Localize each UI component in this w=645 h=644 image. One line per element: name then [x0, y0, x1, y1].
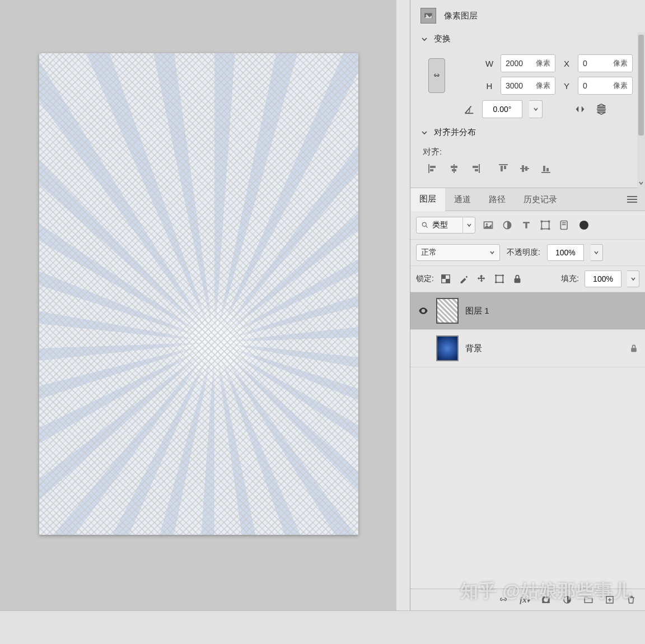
svg-rect-3 [430, 166, 436, 168]
filter-toggle[interactable] [579, 221, 588, 230]
right-panel: 像素图层 变换 W 2000像素 X 0像素 H 3000像素 [410, 0, 645, 610]
fill-dropdown[interactable] [627, 270, 639, 287]
transform-body: W 2000像素 X 0像素 H 3000像素 Y 0像素 0.00° [410, 48, 645, 124]
svg-rect-8 [479, 164, 480, 173]
svg-rect-28 [541, 221, 543, 222]
svg-rect-6 [451, 166, 457, 168]
blend-mode-select[interactable]: 正常 [416, 244, 500, 261]
properties-title: 像素图层 [444, 11, 478, 21]
flip-horizontal-button[interactable] [573, 102, 587, 116]
flip-vertical-button[interactable] [594, 102, 609, 116]
transform-label: 变换 [434, 34, 451, 44]
align-left-icon[interactable] [427, 163, 438, 174]
layer-thumbnail[interactable] [436, 298, 459, 324]
svg-rect-2 [428, 164, 429, 173]
visibility-toggle[interactable] [417, 305, 429, 316]
y-label: Y [561, 81, 572, 91]
chevron-down-icon [489, 250, 495, 255]
new-layer-icon[interactable] [604, 594, 616, 606]
canvas-area[interactable] [0, 0, 410, 610]
layer-name[interactable]: 背景 [465, 343, 482, 354]
adjustment-layer-icon[interactable] [561, 594, 573, 606]
align-hcenter-icon[interactable] [448, 163, 460, 174]
transform-section-header[interactable]: 变换 [410, 30, 645, 48]
angle-icon [463, 103, 475, 115]
opacity-label: 不透明度: [507, 248, 540, 258]
lock-row: 锁定: 填充: 100% [410, 266, 645, 292]
x-input[interactable]: 0像素 [578, 54, 633, 72]
filter-kind-label: 类型 [432, 220, 462, 230]
svg-point-25 [486, 223, 488, 225]
layer-name[interactable]: 图层 1 [465, 306, 489, 316]
align-sublabel: 对齐: [423, 147, 633, 157]
filter-smart-icon[interactable] [558, 219, 571, 231]
rotation-dropdown[interactable] [529, 100, 543, 118]
svg-rect-18 [543, 166, 545, 171]
svg-rect-19 [546, 168, 549, 171]
tab-paths[interactable]: 路径 [480, 189, 515, 211]
svg-rect-31 [548, 228, 550, 230]
align-bottom-icon[interactable] [540, 163, 551, 174]
lock-artboard-icon[interactable] [493, 273, 506, 285]
lock-position-icon[interactable] [475, 273, 488, 285]
align-label: 对齐并分布 [434, 127, 476, 138]
lock-label: 锁定: [416, 274, 434, 284]
rotation-input[interactable]: 0.00° [482, 100, 522, 118]
w-label: W [484, 59, 495, 68]
height-input[interactable]: 3000像素 [501, 77, 555, 95]
align-right-icon[interactable] [470, 163, 481, 174]
lock-transparent-icon[interactable] [440, 273, 452, 285]
link-dimensions-button[interactable] [428, 58, 445, 93]
chevron-down-icon [420, 129, 428, 137]
layer-mask-icon[interactable] [540, 594, 552, 606]
properties-panel: 像素图层 变换 W 2000像素 X 0像素 H 3000像素 [410, 0, 645, 188]
layer-row[interactable]: 背景 [410, 330, 645, 367]
lock-pixels-icon[interactable] [457, 273, 470, 285]
svg-rect-13 [504, 166, 506, 169]
blend-mode-value: 正常 [421, 248, 437, 258]
x-label: X [561, 59, 572, 68]
align-vcenter-icon[interactable] [519, 163, 530, 174]
link-layers-icon[interactable] [497, 594, 510, 606]
properties-scroll-down[interactable] [637, 179, 645, 188]
canvas-scrollbar[interactable] [396, 0, 410, 610]
layer-fx-icon[interactable]: fx▾ [518, 594, 531, 606]
layer-filter-select[interactable]: 类型 [416, 217, 475, 234]
tab-layers[interactable]: 图层 [410, 188, 445, 211]
layers-panel: 图层 通道 路径 历史记录 类型 [410, 188, 645, 610]
svg-rect-40 [631, 348, 637, 352]
layer-filter-row: 类型 [410, 211, 645, 240]
opacity-input[interactable]: 100% [547, 244, 584, 261]
svg-rect-9 [473, 166, 478, 168]
filter-shape-icon[interactable] [539, 219, 551, 231]
layer-row[interactable]: 图层 1 [410, 292, 645, 330]
layer-thumbnail[interactable] [436, 335, 459, 361]
fill-input[interactable]: 100% [585, 270, 621, 287]
chevron-down-icon [420, 35, 428, 43]
app-root: 像素图层 变换 W 2000像素 X 0像素 H 3000像素 [0, 0, 645, 644]
group-layers-icon[interactable] [582, 594, 595, 606]
tab-history[interactable]: 历史记录 [515, 189, 566, 211]
svg-rect-30 [541, 228, 543, 230]
lock-all-icon[interactable] [511, 273, 524, 285]
blend-row: 正常 不透明度: 100% [410, 240, 645, 266]
svg-rect-27 [541, 221, 549, 228]
width-input[interactable]: 2000像素 [501, 54, 555, 72]
svg-rect-12 [501, 166, 503, 171]
align-top-icon[interactable] [498, 163, 509, 174]
opacity-dropdown[interactable] [591, 244, 603, 261]
filter-adjustment-icon[interactable] [501, 219, 513, 231]
y-input[interactable]: 0像素 [578, 77, 633, 95]
svg-rect-17 [541, 172, 550, 173]
align-section-header[interactable]: 对齐并分布 [410, 124, 645, 141]
panel-menu-icon[interactable] [619, 195, 645, 203]
delete-layer-icon[interactable] [625, 594, 637, 606]
svg-rect-34 [562, 224, 566, 225]
artwork-canvas[interactable] [39, 53, 358, 535]
layer-list: 图层 1 背景 [410, 292, 645, 589]
svg-rect-15 [522, 165, 524, 172]
filter-pixel-icon[interactable] [482, 219, 494, 231]
svg-rect-33 [562, 222, 566, 223]
filter-text-icon[interactable] [520, 219, 532, 231]
tab-channels[interactable]: 通道 [445, 189, 480, 211]
